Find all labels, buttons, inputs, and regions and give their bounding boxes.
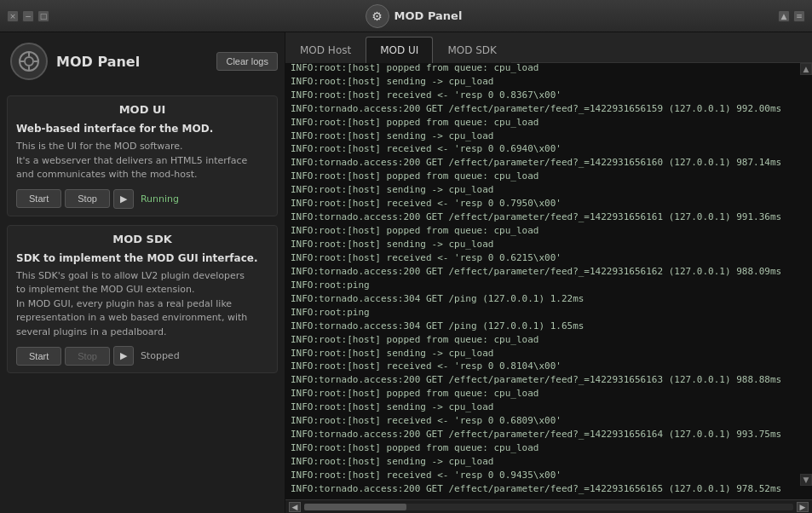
mod-sdk-text4: representation in a web based environmen… [16,312,247,323]
log-line: INFO:tornado.access:304 GET /ping (127.0… [291,292,807,306]
app-logo [10,43,48,80]
log-line: INFO:tornado.access:200 GET /effect/para… [291,102,807,116]
log-line: INFO:tornado.access:304 GET /ping (127.0… [291,320,807,333]
log-line: INFO:root:[host] received <- 'resp 0 0.6… [291,414,807,428]
clear-logs-button[interactable]: Clear logs [216,52,278,71]
left-panel: MOD Panel Clear logs MOD UI Web-based in… [0,32,285,513]
log-line: INFO:root:[host] popped from queue: cpu_… [291,224,807,238]
minimize-button[interactable]: − [22,10,34,22]
scroll-down-button[interactable]: ▼ [800,474,812,486]
tab-mod-ui[interactable]: MOD UI [366,37,433,63]
scroll-left-button[interactable]: ◀ [289,502,301,512]
log-area-wrapper: ▲ INFO:root:[host] sending -> cpu_loadIN… [285,63,812,499]
log-line: INFO:tornado.access:200 GET /effect/para… [291,482,807,496]
log-line: INFO:root:[host] sending -> cpu_load [291,238,807,251]
log-line: INFO:root:[host] received <- 'resp 0 0.6… [291,142,807,156]
mod-ui-arrow-button[interactable]: ▶ [113,189,134,209]
svg-point-1 [25,57,33,66]
mod-sdk-controls: Start Stop ▶ Stopped [16,346,268,366]
main-layout: MOD Panel Clear logs MOD UI Web-based in… [0,32,812,513]
mod-ui-heading: Web-based interface for the MOD. [16,123,268,135]
mod-sdk-text1: This SDK's goal is to allow LV2 plugin d… [16,270,245,281]
log-line: INFO:root:[host] received <- 'resp 0 0.9… [291,469,807,482]
mod-sdk-section: MOD SDK SDK to implement the MOD GUI int… [7,225,278,374]
log-line: INFO:tornado.access:200 GET /effect/para… [291,210,807,224]
scroll-up-button[interactable]: ▲ [800,63,812,75]
mod-ui-stop-button[interactable]: Stop [65,189,110,208]
right-panel: MOD Host MOD UI MOD SDK ▲ INFO:root:[hos… [285,32,812,513]
tabs-bar: MOD Host MOD UI MOD SDK [285,32,812,63]
mod-sdk-stop-button[interactable]: Stop [65,347,110,366]
log-line: INFO:root:[host] received <- 'resp 0 0.6… [291,251,807,265]
title-bar-left: × − □ [7,10,49,22]
log-line: INFO:root:ping [291,279,807,292]
title-bar-right: ▲ ≡ [778,10,805,22]
log-line: INFO:root:ping [291,306,807,320]
scroll-thumb[interactable] [304,504,406,510]
log-line: INFO:root:[host] received <- 'resp 0 0.8… [291,360,807,373]
log-line: INFO:root:[host] sending -> cpu_load [291,347,807,360]
mod-sdk-status: Stopped [141,350,180,361]
menu-button[interactable]: ≡ [793,10,805,22]
mod-ui-text3: and communicates with the mod-host. [16,169,198,180]
title-bar-center: ⚙ MOD Panel [366,4,463,28]
log-line: INFO:root:[host] popped from queue: cpu_… [291,63,807,75]
app-title: MOD Panel [394,9,463,22]
log-line: INFO:tornado.access:200 GET /effect/para… [291,156,807,170]
scroll-track[interactable] [304,504,793,510]
log-line: INFO:root:[host] popped from queue: cpu_… [291,333,807,347]
log-line: INFO:root:[host] sending -> cpu_load [291,455,807,469]
log-line: INFO:tornado.access:200 GET /effect/para… [291,373,807,387]
log-line: INFO:root:[host] sending -> cpu_load [291,130,807,143]
close-button[interactable]: × [7,10,19,22]
logo-area: MOD Panel Clear logs [7,39,278,87]
mod-ui-start-button[interactable]: Start [16,189,61,208]
log-line: INFO:root:[host] popped from queue: cpu_… [291,441,807,455]
log-line: INFO:tornado.access:200 GET /effect/para… [291,265,807,279]
mod-sdk-text2: to implement the MOD GUI extension. [16,284,194,295]
log-line: INFO:root:[host] popped from queue: cpu_… [291,170,807,183]
log-line: INFO:root:[host] popped from queue: cpu_… [291,116,807,130]
mod-ui-status: Running [141,193,179,205]
mod-sdk-heading: SDK to implement the MOD GUI interface. [16,252,268,264]
log-area[interactable]: INFO:root:[host] sending -> cpu_loadINFO… [285,63,812,499]
mod-ui-description: This is the UI for the MOD software. It'… [16,140,268,182]
mod-ui-title: MOD UI [16,103,268,116]
logo-svg [17,49,41,73]
bottom-scrollbar: ◀ ▶ [285,499,812,513]
log-line: INFO:root:[host] sending -> cpu_load [291,401,807,414]
mod-sdk-description: This SDK's goal is to allow LV2 plugin d… [16,269,268,340]
mod-sdk-arrow-button[interactable]: ▶ [113,346,134,366]
log-line: INFO:root:[host] sending -> cpu_load [291,75,807,89]
mod-sdk-title: MOD SDK [16,233,268,245]
mod-icon: ⚙ [366,4,389,28]
tab-mod-host[interactable]: MOD Host [285,37,366,63]
maximize-button[interactable]: □ [37,10,49,22]
mod-sdk-text3: In MOD GUI, every plugin has a real peda… [16,298,232,309]
mod-ui-section: MOD UI Web-based interface for the MOD. … [7,95,278,216]
log-line: INFO:root:[host] popped from queue: cpu_… [291,387,807,401]
tab-mod-sdk[interactable]: MOD SDK [433,37,511,63]
mod-sdk-text5: several plugins in a pedalboard. [16,326,166,337]
mod-ui-text1: This is the UI for the MOD software. [16,141,183,152]
mod-ui-controls: Start Stop ▶ Running [16,189,268,209]
log-line: INFO:tornado.access:200 GET /effect/para… [291,428,807,441]
up-button[interactable]: ▲ [778,10,790,22]
log-line: INFO:root:[host] received <- 'resp 0 0.7… [291,197,807,210]
app-name: MOD Panel [56,54,140,70]
scroll-right-button[interactable]: ▶ [797,502,809,512]
mod-sdk-start-button[interactable]: Start [16,347,61,366]
log-line: INFO:root:[host] received <- 'resp 0 0.8… [291,89,807,102]
mod-ui-text2: It's a webserver that delivers an HTML5 … [16,155,247,166]
log-line: INFO:root:[host] sending -> cpu_load [291,183,807,197]
title-bar: × − □ ⚙ MOD Panel ▲ ≡ [0,0,812,32]
